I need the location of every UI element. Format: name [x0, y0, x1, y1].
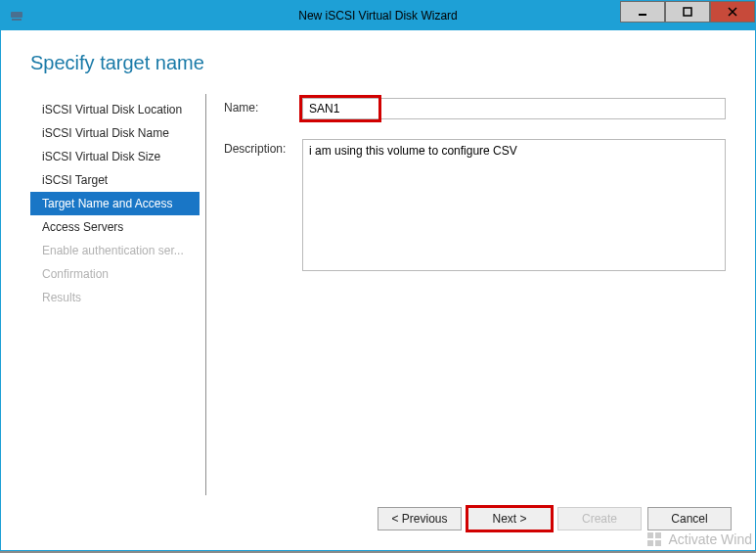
description-row: Description: i am using this volume to c… [224, 139, 726, 274]
description-input[interactable]: i am using this volume to configure CSV [302, 139, 726, 271]
page-title: Specify target name [30, 52, 726, 74]
sidebar-item-confirmation: Confirmation [30, 262, 200, 286]
footer-buttons: < Previous Next > Create Cancel [1, 495, 755, 550]
svg-rect-3 [684, 8, 691, 16]
window-controls [620, 1, 755, 30]
sidebar-item-enable-auth: Enable authentication ser... [30, 239, 200, 262]
body-area: iSCSI Virtual Disk Location iSCSI Virtua… [1, 84, 755, 495]
sidebar-item-target[interactable]: iSCSI Target [30, 168, 200, 192]
header-area: Specify target name [1, 30, 755, 84]
maximize-button[interactable] [665, 1, 710, 23]
create-button: Create [557, 507, 642, 530]
sidebar-item-disk-size[interactable]: iSCSI Virtual Disk Size [30, 145, 200, 168]
svg-rect-1 [12, 19, 22, 21]
content-area: Specify target name iSCSI Virtual Disk L… [1, 30, 755, 550]
sidebar-item-access-servers[interactable]: Access Servers [30, 215, 200, 239]
previous-button[interactable]: < Previous [378, 507, 462, 530]
cancel-button[interactable]: Cancel [647, 507, 732, 530]
close-button[interactable] [710, 1, 755, 23]
app-icon [9, 8, 24, 23]
next-button[interactable]: Next > [467, 507, 552, 530]
name-label: Name: [224, 98, 302, 119]
sidebar-item-location[interactable]: iSCSI Virtual Disk Location [30, 98, 200, 121]
svg-rect-2 [639, 14, 646, 16]
sidebar-item-disk-name[interactable]: iSCSI Virtual Disk Name [30, 121, 200, 145]
name-input[interactable] [302, 98, 726, 119]
sidebar-item-results: Results [30, 286, 200, 309]
minimize-button[interactable] [620, 1, 665, 23]
title-bar: New iSCSI Virtual Disk Wizard [1, 1, 755, 30]
main-panel: Name: Description: i am using this volum… [206, 94, 726, 495]
name-row: Name: [224, 98, 726, 119]
wizard-steps-sidebar: iSCSI Virtual Disk Location iSCSI Virtua… [30, 94, 206, 495]
svg-rect-0 [11, 12, 22, 18]
wizard-window: New iSCSI Virtual Disk Wizard Specify ta… [0, 0, 756, 551]
sidebar-item-target-name-access[interactable]: Target Name and Access [30, 192, 200, 215]
description-label: Description: [224, 139, 302, 274]
